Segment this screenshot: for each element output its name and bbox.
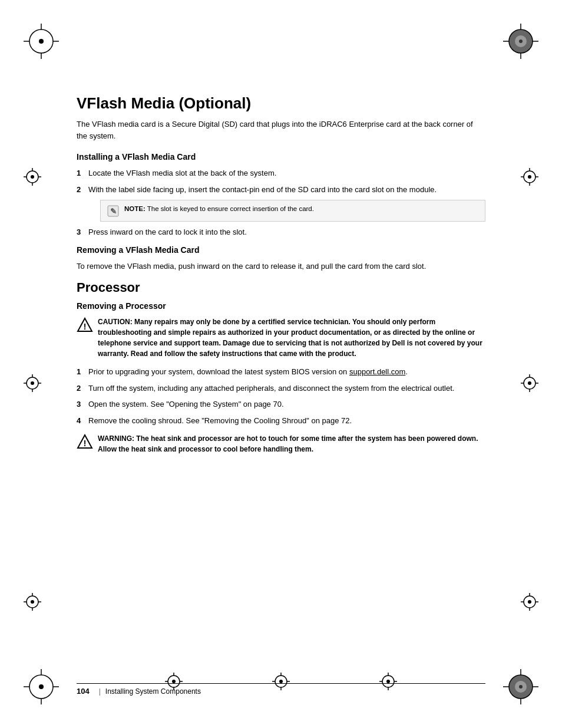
svg-point-1 [39, 39, 44, 44]
processor-heading: Processor [77, 280, 485, 295]
svg-point-14 [39, 684, 44, 689]
side-mark-right-mid [521, 374, 538, 394]
svg-point-39 [31, 381, 34, 385]
footer: 104 | Installing System Components [77, 687, 485, 696]
note-text: NOTE: The slot is keyed to ensure correc… [124, 204, 314, 213]
corner-mark-bl [24, 669, 59, 704]
page-number: 104 [77, 687, 90, 696]
content-area: VFlash Media (Optional) The VFlash media… [77, 94, 485, 669]
caution-icon: ! [77, 317, 93, 334]
svg-point-21 [519, 685, 523, 689]
corner-mark-br [503, 669, 538, 704]
proc-step-1: 1 Prior to upgrading your system, downlo… [77, 366, 485, 378]
proc-step-4: 4 Remove the cooling shroud. See "Removi… [77, 415, 485, 427]
side-mark-left-bot [24, 593, 41, 613]
svg-point-57 [528, 600, 531, 604]
caution-text: CAUTION: Many repairs may only be done b… [98, 317, 485, 359]
proc-step-2: 2 Turn off the system, including any att… [77, 383, 485, 394]
svg-text:!: ! [84, 439, 87, 448]
corner-mark-tl [24, 24, 59, 59]
warning-text: WARNING: The heat sink and processor are… [98, 433, 485, 454]
svg-point-27 [31, 175, 34, 179]
proc-step-3: 3 Open the system. See "Opening the Syst… [77, 398, 485, 410]
install-steps-list: 1 Locate the VFlash media slot at the ba… [77, 167, 485, 238]
remove-vflash-text: To remove the VFlash media, push inward … [77, 261, 485, 272]
svg-point-51 [31, 600, 34, 604]
footer-separator: | [99, 687, 101, 696]
dell-support-link[interactable]: support.dell.com [349, 367, 405, 376]
remove-processor-heading: Removing a Processor [77, 301, 485, 311]
install-step-2: 2 With the label side facing up, insert … [77, 184, 485, 222]
corner-mark-tr [503, 24, 538, 59]
processor-steps-list: 1 Prior to upgrading your system, downlo… [77, 366, 485, 426]
svg-text:!: ! [84, 322, 87, 331]
svg-text:✎: ✎ [110, 207, 117, 216]
side-mark-right-bot [521, 593, 538, 613]
note-icon: ✎ [107, 205, 120, 218]
note-box: ✎ NOTE: The slot is keyed to ensure corr… [100, 200, 485, 222]
side-mark-left-top [24, 168, 41, 188]
side-mark-right-top [521, 168, 538, 188]
page: VFlash Media (Optional) The VFlash media… [0, 0, 562, 728]
warning-box: ! WARNING: The heat sink and processor a… [77, 433, 485, 454]
svg-point-8 [519, 39, 523, 43]
warning-icon: ! [77, 434, 93, 450]
install-step-3: 3 Press inward on the card to lock it in… [77, 226, 485, 238]
install-step-1: 1 Locate the VFlash media slot at the ba… [77, 167, 485, 179]
remove-vflash-heading: Removing a VFlash Media Card [77, 245, 485, 255]
install-vflash-heading: Installing a VFlash Media Card [77, 152, 485, 162]
vflash-heading: VFlash Media (Optional) [77, 94, 485, 113]
footer-title: Installing System Components [105, 687, 201, 696]
svg-point-33 [528, 175, 531, 179]
caution-box: ! CAUTION: Many repairs may only be done… [77, 317, 485, 359]
side-mark-left-mid [24, 374, 41, 394]
footer-rule [77, 683, 485, 684]
vflash-intro: The VFlash media card is a Secure Digita… [77, 118, 485, 141]
svg-point-45 [528, 381, 531, 385]
